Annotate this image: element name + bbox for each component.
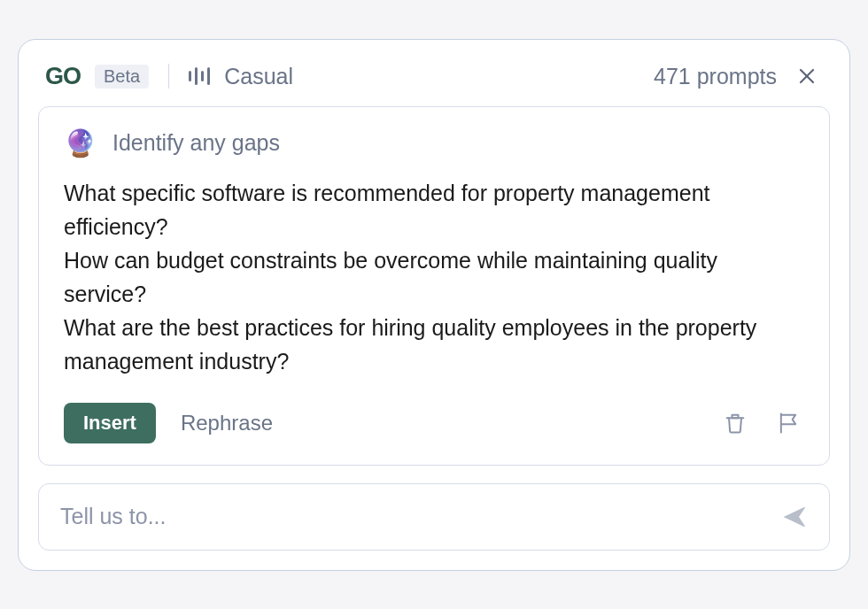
flag-icon [776,411,801,436]
delete-button[interactable] [719,407,751,439]
card-actions: Insert Rephrase [64,403,804,443]
card-body-text: What specific software is recommended fo… [64,176,804,378]
rephrase-button[interactable]: Rephrase [177,404,276,443]
beta-badge: Beta [95,65,149,89]
tone-selector[interactable]: Casual [224,64,293,89]
insert-button[interactable]: Insert [64,403,156,443]
main-panel: GO Beta Casual 471 prompts 🔮 Identify an… [18,39,850,571]
card-title: Identify any gaps [112,130,280,156]
card-header: 🔮 Identify any gaps [64,130,804,157]
crystal-ball-icon: 🔮 [64,130,97,157]
prompt-count: 471 prompts [654,64,777,89]
flag-button[interactable] [772,407,804,439]
header-bar: GO Beta Casual 471 prompts [38,59,830,106]
suggestion-card: 🔮 Identify any gaps What specific softwa… [38,106,830,466]
divider [168,64,169,89]
close-button[interactable] [791,64,823,89]
close-icon [798,67,816,85]
app-logo: GO [45,63,81,90]
input-row [38,483,830,551]
trash-icon [723,411,748,436]
send-button[interactable] [781,504,808,530]
command-input[interactable] [60,504,771,529]
send-icon [781,504,808,530]
equalizer-icon[interactable] [189,64,210,89]
